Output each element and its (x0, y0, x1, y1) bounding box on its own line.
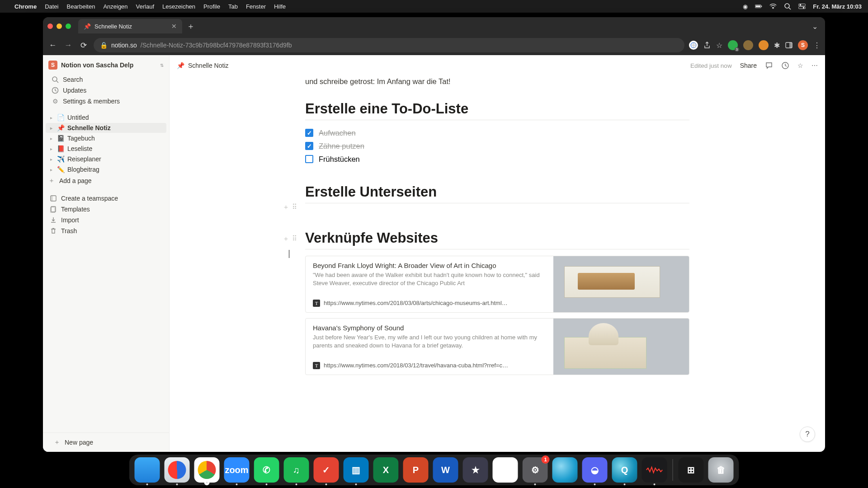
web-bookmark[interactable]: Beyond Frank Lloyd Wright: A Broader Vie… (305, 256, 689, 313)
sidebar-new-page[interactable]: ＋ New page (47, 436, 165, 448)
control-center-icon[interactable] (798, 3, 806, 10)
chrome-menu-button[interactable]: ⋮ (813, 41, 821, 50)
todo-label[interactable]: Aufwachen (319, 129, 356, 137)
google-translate-icon[interactable] (689, 41, 698, 50)
menu-tab[interactable]: Tab (228, 3, 238, 10)
extensions-puzzle-icon[interactable]: ✱ (774, 41, 780, 50)
todo-label[interactable]: Frühstücken (319, 155, 360, 164)
menu-fenster[interactable]: Fenster (246, 3, 266, 10)
sidebar-settings[interactable]: ⚙ Settings & members (45, 96, 167, 107)
drag-handle-icon[interactable]: ⠿ (292, 203, 297, 211)
extension-orange-icon[interactable] (759, 40, 769, 50)
sidebar-page-untitled[interactable]: ▸ 📄 Untitled (46, 113, 166, 122)
drag-handle-icon[interactable]: ⠿ (292, 235, 297, 243)
dock-app-voicememos[interactable] (642, 457, 667, 483)
sidebar-add-page[interactable]: ＋ Add a page (43, 175, 169, 187)
back-button[interactable]: ← (47, 41, 58, 50)
bookmark-star-icon[interactable]: ☆ (716, 41, 722, 50)
comments-icon[interactable] (765, 61, 773, 70)
add-block-icon[interactable]: ＋ (283, 235, 289, 243)
dock-app-safari[interactable] (165, 457, 190, 483)
dock-trash[interactable]: 🗑 (708, 457, 734, 483)
chevron-right-icon[interactable]: ▸ (48, 146, 54, 151)
chevron-right-icon[interactable]: ▸ (48, 115, 54, 120)
dock-app-todoist[interactable]: ✓ (314, 457, 339, 483)
profile-avatar-button[interactable]: S (798, 40, 808, 50)
dock-app-discord[interactable]: ◒ (582, 457, 608, 483)
menubar-app-name[interactable]: Chrome (14, 3, 37, 10)
dock-app-misc[interactable]: ⊞ (679, 457, 704, 483)
todo-label[interactable]: Zähne putzen (319, 142, 364, 150)
dock-app-word[interactable]: W (433, 457, 458, 483)
extension-adguard-icon[interactable] (728, 40, 738, 50)
todo-item[interactable]: Frühstücken (305, 153, 689, 166)
sidebar-create-teamspace[interactable]: Create a teamspace (43, 193, 169, 204)
sidebar-page-schnelle-notiz[interactable]: ▸ 📌 Schnelle Notiz (46, 123, 166, 133)
menu-lesezeichen[interactable]: Lesezeichen (162, 3, 195, 10)
add-block-icon[interactable]: ＋ (283, 203, 289, 211)
share-button[interactable]: Share (740, 62, 757, 69)
sidebar-import[interactable]: Import (43, 215, 169, 225)
forward-button[interactable]: → (63, 41, 74, 50)
dock-app-zoom[interactable]: zoom (224, 457, 250, 483)
block-handle[interactable]: ＋ ⠿ (283, 203, 297, 211)
menu-profile[interactable]: Profile (203, 3, 220, 10)
breadcrumb[interactable]: 📌 Schnelle Notiz (177, 62, 229, 69)
dock-app-quicktime[interactable]: Q (612, 457, 637, 483)
sidebar-page-blogbeitrag[interactable]: ▸ ✏️ Blogbeitrag (46, 164, 166, 174)
menu-bearbeiten[interactable]: Bearbeiten (66, 3, 95, 10)
record-icon[interactable]: ◉ (743, 3, 748, 10)
dock-app-powerpoint[interactable]: P (403, 457, 429, 483)
menu-datei[interactable]: Datei (45, 3, 58, 10)
side-panel-icon[interactable] (785, 42, 793, 49)
todo-item[interactable]: Aufwachen (305, 127, 689, 140)
updates-clock-icon[interactable] (781, 61, 789, 70)
web-bookmark[interactable]: Havana's Symphony of Sound Just before N… (305, 318, 689, 375)
todo-checkbox[interactable] (305, 155, 313, 163)
paragraph-text[interactable]: und schreibe getrost: Im Anfang war die … (305, 76, 689, 87)
sidebar-page-leseliste[interactable]: ▸ 📕 Leseliste (46, 144, 166, 154)
chevron-right-icon[interactable]: ▸ (48, 157, 54, 162)
todo-checkbox[interactable] (305, 142, 313, 150)
menu-anzeigen[interactable]: Anzeigen (103, 3, 127, 10)
help-button[interactable]: ? (800, 427, 815, 442)
sidebar-trash[interactable]: Trash (43, 225, 169, 236)
dock-app-imovie[interactable]: ★ (463, 457, 488, 483)
chevron-right-icon[interactable]: ▸ (48, 136, 54, 141)
dock-app-finder[interactable] (135, 457, 160, 483)
heading-websites[interactable]: Verknüpfe Websites (305, 230, 689, 246)
sidebar-page-reiseplaner[interactable]: ▸ ✈️ Reiseplaner (46, 154, 166, 164)
page-menu-icon[interactable]: ⋯ (811, 62, 818, 69)
sidebar-updates[interactable]: Updates (45, 85, 167, 96)
chevron-right-icon[interactable]: ▸ (48, 126, 54, 131)
dock-app-drive[interactable]: ▲ (493, 457, 518, 483)
tab-overflow-button[interactable]: ⌄ (812, 22, 818, 31)
dock-app-spotify[interactable]: ♫ (284, 457, 309, 483)
address-bar[interactable]: 🔒 notion.so /Schnelle-Notiz-73c9b7b98bcf… (94, 38, 684, 52)
window-close-button[interactable] (47, 23, 53, 29)
dock-app-chrome[interactable] (194, 457, 220, 483)
dock-app-settings[interactable]: ⚙1 (523, 457, 548, 483)
menu-hilfe[interactable]: Hilfe (274, 3, 286, 10)
reload-button[interactable]: ⟳ (78, 41, 89, 50)
menu-verlauf[interactable]: Verlauf (136, 3, 154, 10)
dock-app-excel[interactable]: X (373, 457, 399, 483)
dock-app-trello[interactable]: ▥ (344, 457, 369, 483)
tab-close-button[interactable]: ✕ (171, 23, 177, 30)
sidebar-templates[interactable]: Templates (43, 204, 169, 215)
block-handle[interactable]: ＋ ⠿ (283, 235, 297, 243)
todo-item[interactable]: Zähne putzen (305, 140, 689, 153)
window-traffic-lights[interactable] (47, 23, 71, 29)
dock-app-whatsapp[interactable]: ✆ (254, 457, 279, 483)
browser-tab-active[interactable]: 📌 Schnelle Notiz ✕ (78, 19, 182, 33)
dock-app-globe[interactable] (552, 457, 578, 483)
favorite-star-icon[interactable]: ☆ (797, 62, 803, 69)
todo-checkbox[interactable] (305, 129, 313, 137)
sidebar-page-tagebuch[interactable]: ▸ 📓 Tagebuch (46, 133, 166, 143)
wifi-icon[interactable] (769, 3, 777, 10)
workspace-switcher[interactable]: S Notion von Sascha Delp ⇅ (43, 55, 169, 73)
menubar-clock[interactable]: Fr. 24. März 10:03 (813, 3, 862, 10)
heading-todo[interactable]: Erstelle eine To-Do-Liste (305, 101, 689, 117)
share-icon[interactable] (703, 42, 711, 49)
new-tab-button[interactable]: ＋ (187, 21, 195, 32)
